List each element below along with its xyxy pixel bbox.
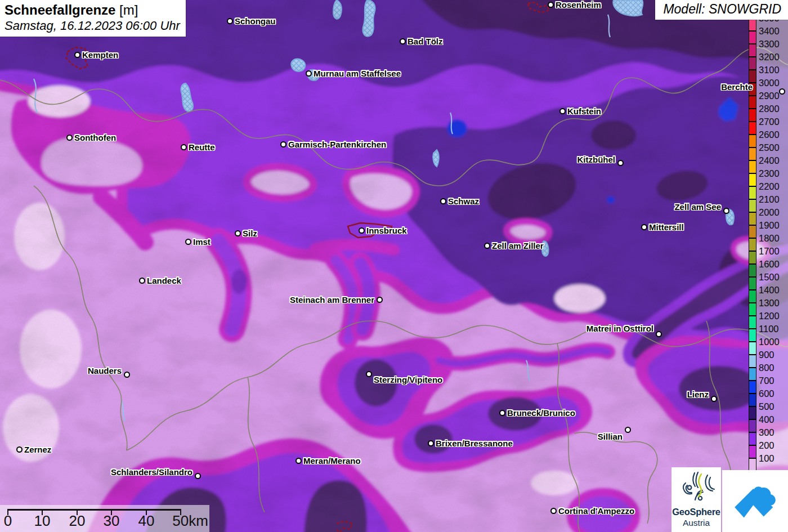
partner-logo-box: [722, 470, 788, 532]
scale-label-20: 20: [69, 512, 86, 530]
model-label: Modell: SNOWGRID: [655, 0, 788, 20]
geosphere-logo-name: GeoSphere: [671, 507, 721, 517]
title-unit: [m]: [115, 2, 138, 17]
map-canvas: [0, 0, 788, 532]
title-text: Schneefallgrenze: [5, 2, 115, 17]
scale-label-50km: 50km: [172, 512, 208, 530]
mountain-cloud-logo-icon: [729, 475, 781, 527]
geosphere-logo-country: Austria: [671, 518, 721, 528]
scale-label-40: 40: [138, 512, 155, 530]
scale-label-10: 10: [34, 512, 51, 530]
title-date: Samstag, 16.12.2023 06:00 Uhr: [5, 19, 180, 33]
geosphere-logo-icon: [678, 471, 715, 506]
scale-label-30: 30: [104, 512, 120, 530]
scale-bar-line: [8, 509, 181, 511]
scale-bar: 01020304050km: [0, 505, 209, 532]
title-box: Schneefallgrenze [m] Samstag, 16.12.2023…: [0, 0, 186, 37]
page-title: Schneefallgrenze [m]: [5, 2, 180, 18]
grain-texture: [0, 0, 788, 532]
geosphere-logo-box: GeoSphere Austria: [671, 467, 721, 532]
scale-label-0: 0: [4, 512, 12, 530]
weather-map-page: 3500340033003200310030002900280027002600…: [0, 0, 788, 532]
